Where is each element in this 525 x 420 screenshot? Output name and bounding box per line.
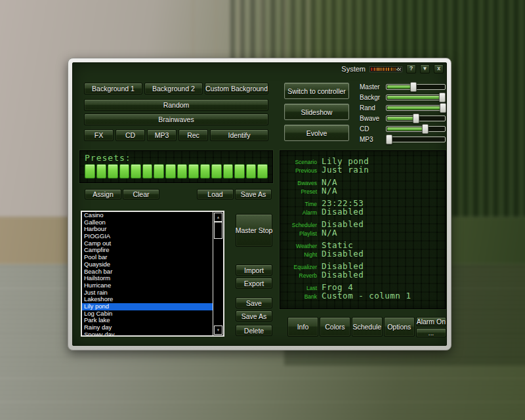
save-button[interactable]: Save [236,297,272,308]
meter-segment [374,68,375,71]
slider-thumb[interactable] [413,114,419,123]
volume-sliders: Master Backgr Rand [360,81,446,144]
clear-button[interactable]: Clear [123,189,159,200]
alarm-stack: Alarm On ... [416,317,446,337]
close-button[interactable]: x [434,64,444,74]
preset-block[interactable] [246,164,257,178]
slider-label: Rand [360,104,386,112]
meter-segment [391,68,392,71]
preset-block[interactable] [188,164,199,178]
preset-block[interactable] [257,164,268,178]
slider-fill [387,127,425,131]
list-item[interactable]: Snowy day [82,331,213,337]
evolve-button[interactable]: Evolve [284,125,349,141]
status-value: Disabled [322,249,364,259]
meter-segment [385,68,386,71]
scroll-down-icon[interactable]: ▼ [214,326,222,335]
slider-track[interactable] [386,84,446,90]
preset-blocks [85,164,268,178]
switch-to-controller-button[interactable]: Switch to controller [284,83,349,99]
meter-segment [373,68,374,71]
preset-block[interactable] [177,164,188,178]
slideshow-button[interactable]: Slideshow [284,104,349,120]
presets-panel: Presets: [79,150,273,183]
source-button-row: FXCDMP3RecIdentify [84,129,268,141]
master-stop-button[interactable]: Master Stop [236,214,272,247]
status-label: Bwaves [280,180,317,186]
status-row: Equalizer Disabled [280,261,442,270]
background-preset-button[interactable]: Custom Background [205,83,268,94]
meter-segment [393,68,394,71]
help-button[interactable]: ? [406,64,416,74]
status-panel: Scenario Lily pond Previous Just rain Bw… [280,150,446,309]
preset-block[interactable] [119,164,130,178]
assign-button[interactable]: Assign [85,189,121,200]
scenario-listbox: CasinoGalleonHarbourPIOGGIACamp outCampf… [81,211,224,337]
list-scrollbar[interactable]: ▲ ▼ [213,212,223,335]
load-button[interactable]: Load [197,189,234,200]
scroll-up-icon[interactable]: ▲ [214,213,222,222]
status-label: Bank [280,293,317,300]
preset-block[interactable] [142,164,153,178]
export-button[interactable]: Export [236,278,272,289]
preset-block[interactable] [234,164,245,178]
preset-block[interactable] [165,164,176,178]
slider-thumb[interactable] [440,103,446,113]
slider-track[interactable] [386,94,446,100]
scrollbar-thumb[interactable] [214,222,222,239]
slider-track[interactable] [386,136,446,142]
slider-thumb[interactable] [386,135,392,144]
list-item[interactable]: Hurricane [82,282,213,289]
slider-thumb[interactable] [422,124,429,134]
preset-block[interactable] [96,164,107,178]
minimize-button[interactable]: ▾ [420,64,430,74]
app-window: System ? ▾ x Background 1Background 2Cus… [68,58,452,350]
alarm-on-button[interactable]: Alarm On [416,317,446,326]
more-button[interactable]: ... [416,328,446,337]
system-label: System [341,65,366,73]
random-button[interactable]: Random [84,99,268,111]
source-button[interactable]: CD [116,129,145,141]
delete-button[interactable]: Delete [236,325,272,336]
preset-block[interactable] [154,164,164,178]
source-button[interactable]: Rec [178,129,208,141]
preset-block[interactable] [223,164,234,178]
status-row: Weather Static [280,240,442,249]
meter-grid-icon [396,68,401,71]
slider-track[interactable] [386,126,446,132]
background-button-row: Background 1Background 2Custom Backgroun… [84,83,268,94]
system-meter [369,66,402,72]
status-label: Reverb [280,272,317,279]
spacer [161,189,196,200]
source-button[interactable]: MP3 [147,129,177,141]
background-preset-button[interactable]: Background 1 [84,83,142,94]
slider-track[interactable] [386,105,446,111]
preset-block[interactable] [85,164,95,178]
import-button[interactable]: Import [236,264,272,276]
schedule-button[interactable]: Schedule [352,317,383,337]
preset-block[interactable] [108,164,118,178]
background-preset-button[interactable]: Background 2 [144,83,203,94]
info-button[interactable]: Info [287,317,318,337]
status-row: Night Disabled [280,249,442,257]
options-button[interactable]: Options [384,317,415,337]
source-button[interactable]: Identify [210,129,268,141]
slider-thumb[interactable] [410,82,417,92]
status-label: Time [280,201,317,207]
save-as-button[interactable]: Save As [236,310,272,322]
slider-track[interactable] [386,116,446,121]
brainwaves-button[interactable]: Brainwaves [84,114,268,125]
slider-label: Backgr [360,94,386,101]
colors-button[interactable]: Colors [320,317,350,337]
preset-block[interactable] [200,164,211,178]
slider-thumb[interactable] [439,93,446,102]
preset-block[interactable] [211,164,222,178]
status-row: Bwaves N/A [280,177,442,186]
save-as-preset-button[interactable]: Save As [235,189,272,200]
status-label: Last [280,285,317,291]
source-button[interactable]: FX [84,129,114,141]
list-item[interactable]: Quayside [82,261,213,268]
meter-segment [381,68,383,71]
preset-block[interactable] [131,164,141,178]
meter-segment [386,68,387,71]
